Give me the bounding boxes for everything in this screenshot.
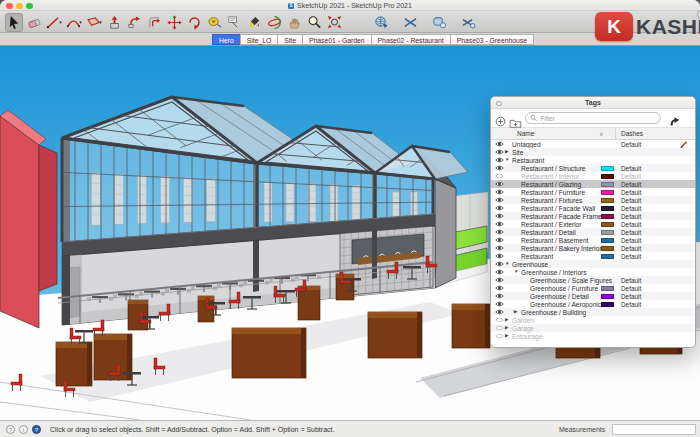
tag-dashes-value[interactable]: Default xyxy=(621,205,641,212)
tag-row-restaurant-fixtures[interactable]: Restaurant / FixturesDefault xyxy=(491,196,695,204)
visibility-eye-icon[interactable] xyxy=(495,237,504,244)
tag-dashes-value[interactable]: Default xyxy=(621,277,641,284)
tag-color-swatch[interactable] xyxy=(601,302,614,307)
visibility-eye-icon[interactable] xyxy=(495,157,504,164)
tag-dashes-value[interactable]: Default xyxy=(621,189,641,196)
rotate-tool[interactable] xyxy=(185,13,203,32)
disclosure-expanded-icon[interactable]: ▼ xyxy=(505,261,509,266)
tag-filter-input[interactable] xyxy=(540,115,656,122)
tag-row-greenhouse-furniture[interactable]: Greenhouse / FurnitureDefault xyxy=(491,284,695,292)
tag-color-swatch[interactable] xyxy=(601,222,614,227)
tag-color-swatch[interactable] xyxy=(601,286,614,291)
geolocation-help-icon[interactable]: ? xyxy=(32,425,41,434)
tag-color-swatch[interactable] xyxy=(601,166,614,171)
tag-dashes-value[interactable]: Default xyxy=(621,141,641,148)
rectangle-tool[interactable]: ▾ xyxy=(85,13,103,32)
visibility-eye-off-icon[interactable] xyxy=(495,173,504,180)
scene-tab-site[interactable]: Site xyxy=(277,34,303,45)
tags-panel-titlebar[interactable]: Tags xyxy=(491,97,695,109)
scene-tab-phase02-restaurant[interactable]: Phase02 - Restaurant xyxy=(371,34,451,45)
tag-dashes-value[interactable]: Default xyxy=(621,237,641,244)
tag-row-garden-folder[interactable]: ▶Garden xyxy=(491,316,695,324)
tag-dashes-value[interactable]: Default xyxy=(621,253,641,260)
tag-color-swatch[interactable] xyxy=(601,206,614,211)
visibility-eye-icon[interactable] xyxy=(495,149,504,156)
line-tool-dropdown-icon[interactable]: ▾ xyxy=(59,19,62,25)
tag-dashes-value[interactable]: Default xyxy=(621,197,641,204)
tag-row-greenhouse-interiors-folder[interactable]: ▼Greenhouse / Interiors xyxy=(491,268,695,276)
visibility-eye-off-icon[interactable] xyxy=(495,333,504,340)
tag-dashes-value[interactable]: Default xyxy=(621,221,641,228)
visibility-eye-icon[interactable] xyxy=(495,165,504,172)
tag-row-greenhouse-aeroponics[interactable]: Greenhouse / AeroponicsDefault xyxy=(491,300,695,308)
tag-dashes-value[interactable]: Default xyxy=(621,229,641,236)
tag-row-greenhouse-folder[interactable]: ▼Greenhouse xyxy=(491,260,695,268)
visibility-eye-icon[interactable] xyxy=(495,293,504,300)
visibility-eye-icon[interactable] xyxy=(495,197,504,204)
paint-bucket-tool[interactable] xyxy=(245,13,263,32)
line-tool[interactable]: ▾ xyxy=(45,13,63,32)
visibility-eye-icon[interactable] xyxy=(495,277,504,284)
tag-row-restaurant-basement[interactable]: Restaurant / BasementDefault xyxy=(491,236,695,244)
tag-color-swatch[interactable] xyxy=(601,246,614,251)
column-dashes[interactable]: Dashes xyxy=(621,130,643,137)
sort-chevron-icon[interactable]: ∨ xyxy=(599,130,603,137)
tag-color-swatch[interactable] xyxy=(601,198,614,203)
tag-dashes-value[interactable]: Default xyxy=(621,173,641,180)
share-model-tool[interactable] xyxy=(430,13,448,32)
disclosure-collapsed-icon[interactable]: ▶ xyxy=(505,325,508,330)
tag-color-swatch[interactable] xyxy=(601,182,614,187)
arc-tool-dropdown-icon[interactable]: ▾ xyxy=(79,19,82,25)
visibility-eye-icon[interactable] xyxy=(495,285,504,292)
tag-dashes-value[interactable]: Default xyxy=(621,181,641,188)
tag-row-greenhouse-building-folder[interactable]: ▶Greenhouse / Building xyxy=(491,308,695,316)
zoom-tool[interactable] xyxy=(305,13,323,32)
tag-row-restaurant-furniture[interactable]: Restaurant / FurnitureDefault xyxy=(491,188,695,196)
tag-row-restaurant-interior[interactable]: Restaurant / InteriorDefault xyxy=(491,172,695,180)
add-location-tool[interactable] xyxy=(372,13,390,32)
tag-row-restaurant-glazing[interactable]: Restaurant / GlazingDefault xyxy=(491,180,695,188)
offset-tool[interactable] xyxy=(145,13,163,32)
tag-row-restaurant-facade-frame[interactable]: Restaurant / Facade FrameDefault xyxy=(491,212,695,220)
visibility-eye-icon[interactable] xyxy=(495,301,504,308)
extension-warehouse-tool[interactable] xyxy=(459,13,477,32)
warehouse-3d-tool[interactable] xyxy=(401,13,419,32)
tag-color-swatch[interactable] xyxy=(601,294,614,299)
tag-row-greenhouse-detail[interactable]: Greenhouse / DetailDefault xyxy=(491,292,695,300)
tag-dashes-value[interactable]: Default xyxy=(621,293,641,300)
visibility-eye-icon[interactable] xyxy=(495,221,504,228)
disclosure-collapsed-icon[interactable]: ▶ xyxy=(505,317,508,322)
visibility-eye-off-icon[interactable] xyxy=(495,317,504,324)
rectangle-tool-dropdown-icon[interactable]: ▾ xyxy=(99,19,102,25)
column-name[interactable]: Name xyxy=(517,130,534,137)
tag-row-entourage-folder[interactable]: ▶Entourage xyxy=(491,332,695,340)
tag-row-garage-folder[interactable]: ▶Garage xyxy=(491,324,695,332)
tag-color-swatch[interactable] xyxy=(601,230,614,235)
scene-tab-phase03-greenhouse[interactable]: Phase03 - Greenhouse xyxy=(450,34,534,45)
tag-dashes-value[interactable]: Default xyxy=(621,245,641,252)
visibility-eye-icon[interactable] xyxy=(495,261,504,268)
select-tool[interactable] xyxy=(5,13,23,32)
tag-row-restaurant-detail[interactable]: Restaurant / DetailDefault xyxy=(491,228,695,236)
tag-color-swatch[interactable] xyxy=(601,174,614,179)
orbit-tool[interactable] xyxy=(265,13,283,32)
tag-dashes-value[interactable]: Default xyxy=(621,165,641,172)
visibility-eye-icon[interactable] xyxy=(495,213,504,220)
visibility-eye-icon[interactable] xyxy=(495,269,504,276)
visibility-eye-icon[interactable] xyxy=(495,181,504,188)
measurements-input[interactable] xyxy=(612,424,696,435)
tag-row-restaurant-facade-wall[interactable]: Restaurant / Facade WallDefault xyxy=(491,204,695,212)
visibility-eye-icon[interactable] xyxy=(495,253,504,260)
tag-row-greenhouse-scale-figures[interactable]: Greenhouse / Scale FiguresDefault xyxy=(491,276,695,284)
disclosure-collapsed-icon[interactable]: ▶ xyxy=(514,309,517,314)
visibility-eye-icon[interactable] xyxy=(495,229,504,236)
visibility-eye-icon[interactable] xyxy=(495,245,504,252)
tag-color-swatch[interactable] xyxy=(601,214,614,219)
tag-row-untagged[interactable]: UntaggedDefault xyxy=(491,140,695,148)
zoom-extents-tool[interactable] xyxy=(325,13,343,32)
tag-row-restaurant-structure[interactable]: Restaurant / StructureDefault xyxy=(491,164,695,172)
follow-me-tool[interactable] xyxy=(125,13,143,32)
disclosure-expanded-icon[interactable]: ▼ xyxy=(514,269,518,274)
tag-color-swatch[interactable] xyxy=(601,190,614,195)
scene-tab-phase01-garden[interactable]: Phase01 - Garden xyxy=(302,34,372,45)
